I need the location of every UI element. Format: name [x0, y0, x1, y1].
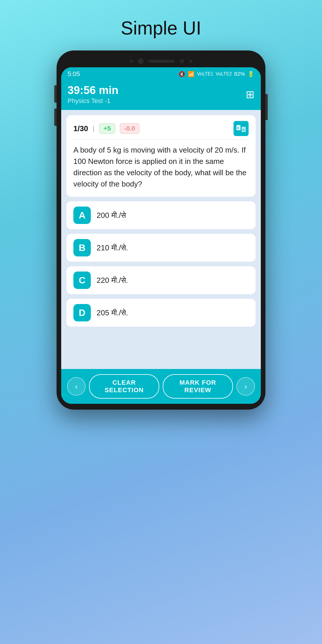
question-text: A body of 5 kg is moving with a velocity…	[73, 144, 249, 190]
phone-frame: 5:05 🔇 📶 VoLTE1 VoLTE2 82% 🔋 39:56 min P…	[57, 50, 265, 410]
question-header: 1/30 | +5 -0.0 E अ	[73, 121, 249, 140]
app-logo: E अ	[234, 121, 249, 136]
svg-text:E: E	[237, 126, 239, 130]
option-a-icon: A	[73, 207, 91, 224]
earpiece	[149, 60, 175, 63]
power-button	[265, 94, 268, 120]
mark-review-button[interactable]: MARK FOR REVIEW	[163, 374, 233, 399]
mute-icon: 🔇	[178, 71, 185, 77]
bottom-bar: ‹ CLEAR SELECTION MARK FOR REVIEW ›	[61, 369, 261, 404]
timer-display: 39:56 min	[68, 84, 118, 97]
phone-notch	[61, 59, 261, 64]
option-d-text: 205 मी./से.	[97, 308, 128, 317]
status-bar: 5:05 🔇 📶 VoLTE1 VoLTE2 82% 🔋	[61, 67, 261, 81]
battery-icon: 🔋	[247, 71, 254, 77]
header-left: 39:56 min Physics Test -1	[68, 84, 118, 105]
wifi-icon: 📶	[188, 71, 195, 77]
app-header: 39:56 min Physics Test -1 ⊞	[61, 81, 261, 110]
front-sensor	[130, 60, 133, 63]
question-card: 1/30 | +5 -0.0 E अ A body of 5 kg is mov…	[66, 115, 256, 197]
option-c-icon: C	[73, 272, 91, 289]
option-d-icon: D	[73, 304, 91, 321]
option-b[interactable]: B 210 मी./से.	[66, 234, 256, 262]
option-a[interactable]: A 200 मी./से	[66, 201, 256, 229]
page-title: Simple UI	[121, 17, 201, 39]
proximity-sensor	[180, 59, 184, 63]
option-b-text: 210 मी./से.	[97, 243, 128, 252]
empty-area	[66, 331, 256, 366]
question-number: 1/30	[73, 124, 88, 133]
separator: |	[93, 124, 95, 133]
clear-selection-button[interactable]: CLEAR SELECTION	[89, 374, 159, 399]
signal-lte1: VoLTE1	[197, 71, 213, 77]
volume-button-2	[54, 108, 57, 126]
phone-screen: 5:05 🔇 📶 VoLTE1 VoLTE2 82% 🔋 39:56 min P…	[61, 67, 261, 404]
option-a-text: 200 मी./से	[97, 211, 126, 220]
negative-mark-badge: -0.0	[120, 123, 140, 134]
volume-button	[54, 85, 57, 103]
option-c[interactable]: C 220 मी./से.	[66, 266, 256, 294]
grid-menu-icon[interactable]: ⊞	[246, 88, 254, 101]
status-time: 5:05	[68, 70, 80, 78]
content-area: 1/30 | +5 -0.0 E अ A body of 5 kg is mov…	[61, 110, 261, 369]
battery-percent: 82%	[234, 71, 245, 77]
next-button[interactable]: ›	[236, 377, 255, 396]
positive-mark-badge: +5	[99, 123, 115, 134]
prev-button[interactable]: ‹	[67, 377, 86, 396]
front-camera	[138, 59, 143, 64]
signal-lte2: VoLTE2	[216, 71, 232, 77]
option-d[interactable]: D 205 मी./से.	[66, 299, 256, 327]
svg-text:अ: अ	[242, 128, 245, 131]
status-icons: 🔇 📶 VoLTE1 VoLTE2 82% 🔋	[178, 71, 254, 77]
option-c-text: 220 मी./से.	[97, 276, 128, 285]
test-name: Physics Test -1	[68, 97, 118, 105]
front-sensor-2	[189, 60, 192, 63]
option-b-icon: B	[73, 239, 91, 256]
